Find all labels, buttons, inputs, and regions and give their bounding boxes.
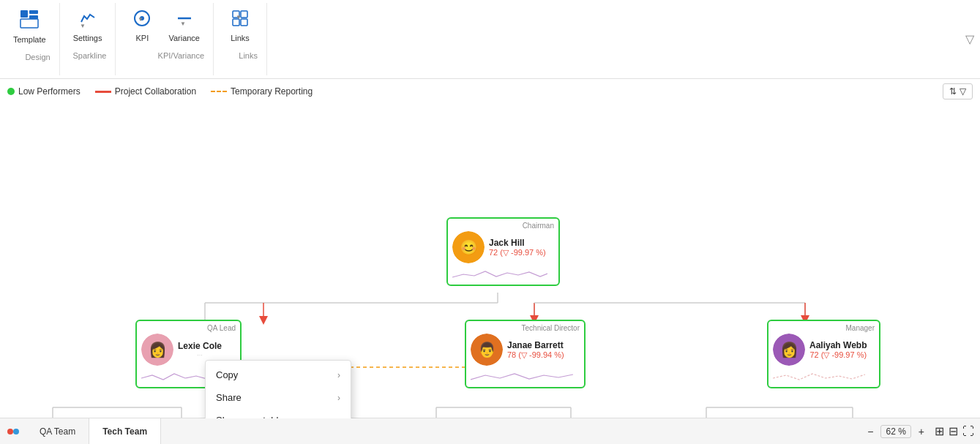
lexie-cole-value: ···: [178, 351, 222, 358]
statusbar: QA Team Tech Team − 62 % + ⊞ ⊟ ⛶: [0, 418, 980, 444]
settings-label: Settings: [73, 34, 102, 42]
tab-qa-team[interactable]: QA Team: [26, 418, 89, 444]
janae-barrett-name: Janae Barrett: [507, 340, 564, 350]
ctx-show-table[interactable]: Show as a table: [206, 409, 351, 418]
low-performers-dot: [7, 88, 15, 95]
kpi-icon: ▼: [132, 9, 152, 32]
aaliyah-webb-name: Aaliyah Webb: [809, 340, 867, 350]
design-group-label: Design: [25, 50, 50, 61]
context-menu: Copy › Share › Show as a table Include E…: [205, 360, 351, 418]
svg-rect-11: [241, 11, 247, 18]
jack-hill-name: Jack Hill: [489, 238, 546, 248]
grid-icon[interactable]: ⊟: [949, 424, 958, 438]
legend-temp-reporting: Temporary Reporting: [211, 86, 313, 97]
kpi-buttons: ▼ KPI ▼ Variance: [124, 6, 204, 45]
svg-point-36: [7, 429, 13, 434]
zoom-level: 62 %: [880, 425, 910, 438]
statusbar-right: − 62 % + ⊞ ⊟ ⛶: [864, 424, 980, 439]
ctx-copy[interactable]: Copy ›: [206, 364, 351, 386]
zoom-out-button[interactable]: −: [864, 424, 876, 439]
status-icon: [0, 418, 26, 445]
toolbar-end: ▽: [965, 3, 980, 75]
temp-reporting-label: Temporary Reporting: [231, 86, 313, 97]
toolbar-group-kpi: ▼ KPI ▼ Variance KPI/Variance: [116, 3, 214, 75]
sort-button[interactable]: ⇅ ▽: [943, 83, 973, 99]
svg-text:▼: ▼: [138, 16, 143, 23]
node-janae-barrett[interactable]: Technical Director 👨 Janae Barrett 78 (▽…: [465, 320, 586, 388]
svg-rect-13: [241, 19, 247, 26]
ctx-share[interactable]: Share ›: [206, 386, 351, 409]
chevron-sort-icon: ▽: [960, 86, 966, 97]
svg-point-37: [13, 429, 19, 434]
aaliyah-webb-title: Manager: [773, 324, 875, 332]
janae-barrett-title: Technical Director: [471, 324, 580, 332]
ctx-copy-arrow: ›: [337, 370, 340, 380]
temp-reporting-line: [211, 91, 227, 92]
aaliyah-webb-value: 72 (▽ -99.97 %): [809, 350, 867, 360]
lexie-cole-title: QA Lead: [141, 324, 236, 332]
tab-qa-team-label: QA Team: [40, 426, 75, 437]
fullscreen-icon[interactable]: ⛶: [962, 425, 974, 438]
ctx-show-table-label: Show as a table: [216, 415, 284, 418]
org-chart-canvas: Chairman 😊 Jack Hill 72 (▽ -99.97 %) QA …: [0, 104, 980, 418]
toolbar-group-links: ▼ Links Links: [214, 3, 267, 75]
lexie-cole-name: Lexie Cole: [178, 341, 222, 351]
janae-barrett-value: 78 (▽ -99.94 %): [507, 350, 564, 360]
svg-rect-1: [29, 10, 38, 14]
sort-icon: ⇅: [949, 86, 957, 97]
variance-label: Variance: [168, 34, 200, 42]
tab-tech-team[interactable]: Tech Team: [89, 418, 161, 444]
links-icon: ▼: [231, 9, 250, 32]
tab-tech-team-label: Tech Team: [102, 426, 147, 437]
legend-low-performers: Low Performers: [7, 86, 81, 97]
toolbar-group-sparkline: ▼ Settings Sparkline: [60, 3, 116, 75]
kpi-button[interactable]: ▼ KPI: [124, 6, 160, 45]
toolbar-group-design: Template Design: [0, 3, 60, 75]
legend-project-collab: Project Collaboration: [95, 86, 196, 97]
sparkline-group-label: Sparkline: [73, 48, 107, 60]
ctx-copy-label: Copy: [216, 369, 238, 380]
template-label: Template: [13, 35, 46, 44]
ctx-share-arrow: ›: [337, 393, 340, 403]
project-collab-line: [95, 91, 111, 93]
svg-text:▼: ▼: [80, 23, 86, 28]
ctx-share-label: Share: [216, 392, 242, 403]
template-icon: [19, 9, 40, 34]
settings-button[interactable]: ▼ Settings: [69, 6, 107, 45]
low-performers-label: Low Performers: [18, 86, 81, 97]
chevron-down-icon[interactable]: ▽: [965, 32, 974, 46]
links-button[interactable]: ▼ Links: [222, 6, 258, 45]
fit-icon[interactable]: ⊞: [935, 424, 944, 438]
links-group-label: Links: [239, 48, 258, 60]
jack-hill-value: 72 (▽ -99.97 %): [489, 248, 546, 257]
svg-text:▼: ▼: [180, 20, 186, 27]
jack-hill-title: Chairman: [452, 222, 554, 230]
kpi-label: KPI: [136, 34, 149, 42]
node-aaliyah-webb[interactable]: Manager 👩 Aaliyah Webb 72 (▽ -99.97 %): [767, 320, 880, 388]
svg-text:▼: ▼: [236, 14, 242, 20]
svg-rect-3: [20, 19, 38, 28]
variance-icon: ▼: [175, 9, 194, 32]
template-button[interactable]: Template: [9, 6, 51, 47]
variance-button[interactable]: ▼ Variance: [164, 6, 204, 45]
toolbar: Template Design ▼ Settings Sparkline ▼ K…: [0, 0, 980, 79]
project-collab-label: Project Collaboration: [115, 86, 196, 97]
legend-bar: Low Performers Project Collaboration Tem…: [0, 79, 980, 104]
zoom-in-button[interactable]: +: [916, 424, 927, 439]
svg-rect-0: [20, 10, 28, 18]
kpi-group-label: KPI/Variance: [158, 48, 204, 60]
node-jack-hill[interactable]: Chairman 😊 Jack Hill 72 (▽ -99.97 %): [446, 217, 560, 286]
settings-icon: ▼: [78, 9, 97, 32]
links-label: Links: [231, 34, 250, 42]
